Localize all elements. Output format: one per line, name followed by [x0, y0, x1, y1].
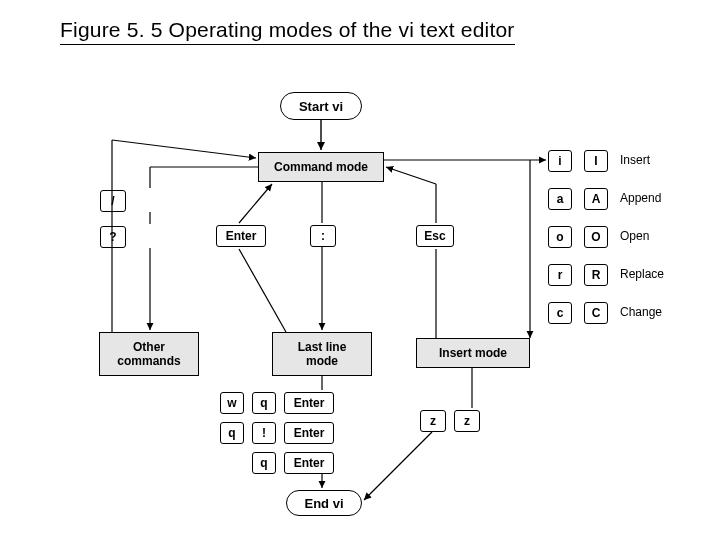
- svg-line-10: [239, 184, 272, 223]
- node-end-vi: End vi: [286, 490, 362, 516]
- svg-line-6: [386, 167, 436, 184]
- key-w: w: [220, 392, 244, 414]
- key-bang: !: [252, 422, 276, 444]
- key-z2: z: [454, 410, 480, 432]
- key-a-upper: A: [584, 188, 608, 210]
- key-q1: q: [252, 392, 276, 414]
- key-r-upper: R: [584, 264, 608, 286]
- key-enter3: Enter: [284, 422, 334, 444]
- node-insert-mode: Insert mode: [416, 338, 530, 368]
- label-insert: Insert: [620, 153, 650, 167]
- key-slash: /: [100, 190, 126, 212]
- arrows-layer: [0, 0, 720, 540]
- label-open: Open: [620, 229, 649, 243]
- label-change: Change: [620, 305, 662, 319]
- key-c-upper: C: [584, 302, 608, 324]
- node-other-commands: Other commands: [99, 332, 199, 376]
- key-z1: z: [420, 410, 446, 432]
- key-i-upper: I: [584, 150, 608, 172]
- key-enter4: Enter: [284, 452, 334, 474]
- svg-line-9: [239, 249, 286, 332]
- node-command-mode: Command mode: [258, 152, 384, 182]
- key-q2: q: [220, 422, 244, 444]
- key-q3: q: [252, 452, 276, 474]
- key-o-lower: o: [548, 226, 572, 248]
- node-last-line-mode: Last line mode: [272, 332, 372, 376]
- key-enter2: Enter: [284, 392, 334, 414]
- key-question: ?: [100, 226, 126, 248]
- figure-title: Figure 5. 5 Operating modes of the vi te…: [60, 18, 515, 45]
- key-esc: Esc: [416, 225, 454, 247]
- label-replace: Replace: [620, 267, 664, 281]
- key-a-lower: a: [548, 188, 572, 210]
- svg-line-16: [112, 140, 256, 158]
- label-append: Append: [620, 191, 661, 205]
- key-o-upper: O: [584, 226, 608, 248]
- key-enter-command: Enter: [216, 225, 266, 247]
- key-c-lower: c: [548, 302, 572, 324]
- svg-line-21: [364, 432, 432, 500]
- key-i-lower: i: [548, 150, 572, 172]
- node-start-vi: Start vi: [280, 92, 362, 120]
- key-colon: :: [310, 225, 336, 247]
- key-r-lower: r: [548, 264, 572, 286]
